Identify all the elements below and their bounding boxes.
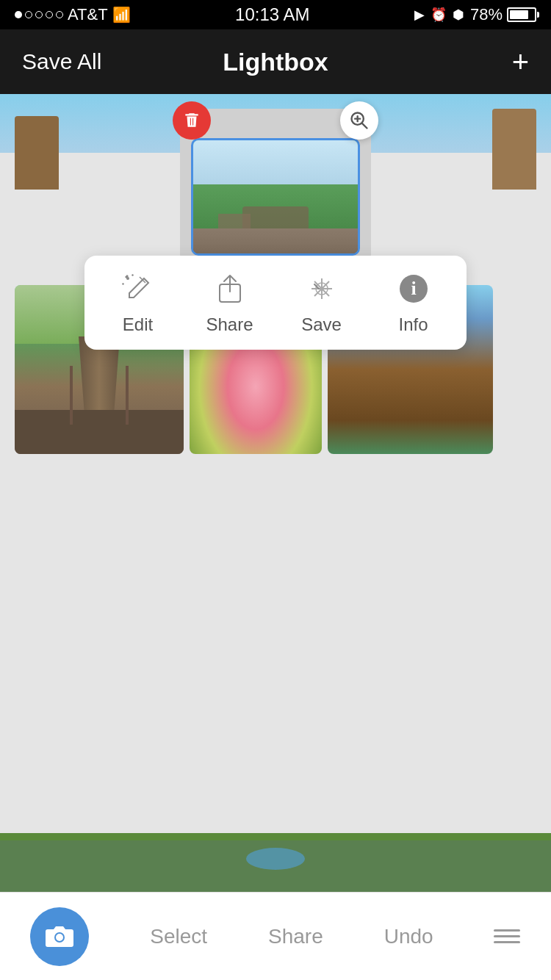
status-time: 10:13 AM: [235, 4, 309, 25]
battery-container: 78%: [470, 5, 536, 24]
battery-label: 78%: [470, 5, 503, 24]
main-content: Edit Share: [0, 94, 551, 892]
share-icon: [212, 270, 248, 307]
svg-line-1: [362, 123, 367, 128]
share-label: Share: [206, 314, 253, 335]
camera-icon: [43, 920, 76, 953]
share-menu-item[interactable]: Share: [184, 270, 276, 335]
dot-1: [15, 11, 22, 18]
undo-button[interactable]: Undo: [384, 925, 433, 948]
alarm-icon: ⏰: [431, 7, 447, 23]
select-button[interactable]: Select: [150, 925, 207, 948]
save-menu-item[interactable]: Save: [276, 270, 367, 335]
dot-4: [46, 11, 53, 18]
menu-line-1: [494, 929, 520, 932]
delete-button[interactable]: [173, 101, 211, 140]
menu-line-3: [494, 941, 520, 943]
rail-left: [70, 366, 73, 425]
zoom-icon: [349, 110, 370, 131]
info-menu-item[interactable]: i Info: [367, 270, 459, 335]
rail-right: [126, 366, 129, 425]
location-icon: ▶: [414, 7, 425, 23]
ruins-shape-2: [218, 214, 251, 228]
active-photo[interactable]: [191, 138, 360, 256]
ruins-shape: [242, 206, 309, 228]
wifi-icon: 📶: [112, 6, 131, 24]
save-all-button[interactable]: Save All: [22, 49, 101, 74]
save-icon: [303, 270, 340, 307]
zoom-button[interactable]: [340, 101, 378, 140]
status-left: AT&T 📶: [15, 5, 131, 24]
page-title: Lightbox: [223, 48, 328, 76]
dot-3: [35, 11, 43, 18]
signal-dots: [15, 11, 63, 18]
info-label: Info: [398, 314, 428, 335]
status-bar: AT&T 📶 10:13 AM ▶ ⏰ ⬢ 78%: [0, 0, 551, 29]
sky-layer: [193, 140, 358, 184]
header: Save All Lightbox +: [0, 29, 551, 94]
edit-menu-item[interactable]: Edit: [92, 270, 184, 335]
svg-point-4: [126, 277, 129, 280]
active-photo-background: [180, 109, 371, 263]
trash-icon: [182, 111, 201, 130]
bottom-toolbar: Select Share Undo: [0, 892, 551, 980]
share-bottom-button[interactable]: Share: [268, 925, 323, 948]
menu-button[interactable]: [494, 929, 520, 943]
dot-2: [25, 11, 32, 18]
active-photo-container: [180, 109, 371, 263]
grass-layer: [193, 184, 358, 228]
svg-text:i: i: [411, 278, 416, 299]
edit-icon: [120, 270, 156, 307]
camera-button[interactable]: [30, 907, 89, 966]
battery-icon: [507, 7, 536, 22]
bluetooth-icon: ⬢: [453, 7, 464, 23]
carrier-label: AT&T: [68, 5, 108, 24]
add-button[interactable]: +: [512, 47, 529, 76]
ruins-layer: [193, 228, 358, 256]
dot-5: [56, 11, 63, 18]
svg-point-14: [56, 934, 63, 941]
battery-fill: [510, 10, 528, 19]
save-label: Save: [301, 314, 342, 335]
info-icon: i: [395, 270, 432, 307]
edit-label: Edit: [123, 314, 153, 335]
status-right: ▶ ⏰ ⬢ 78%: [414, 5, 536, 24]
bridge-floor: [15, 410, 184, 454]
menu-line-2: [494, 935, 520, 937]
context-menu: Edit Share: [84, 256, 467, 350]
